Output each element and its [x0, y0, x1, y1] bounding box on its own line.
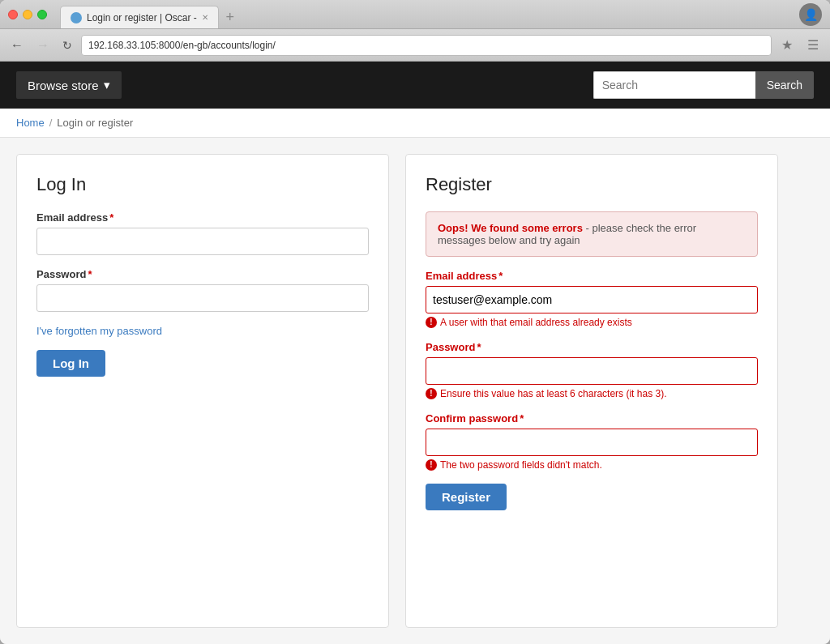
register-error-alert: Oops! We found some errors - please chec… [426, 211, 758, 257]
error-alert-bold: Oops! We found some errors [438, 222, 583, 234]
breadcrumb: Home / Login or register [0, 109, 830, 138]
breadcrumb-home-link[interactable]: Home [16, 117, 45, 129]
refresh-button[interactable]: ↻ [58, 36, 76, 54]
browse-store-button[interactable]: Browse store ▾ [16, 71, 122, 99]
login-password-input[interactable] [36, 284, 369, 312]
confirm-error-text: The two password fields didn't match. [440, 459, 602, 471]
active-tab[interactable]: Login or register | Oscar - ✕ [60, 6, 219, 28]
login-email-input[interactable] [36, 228, 369, 255]
browse-store-arrow-icon: ▾ [104, 78, 110, 92]
register-password-error: ! Ensure this value has at least 6 chara… [426, 388, 758, 399]
login-submit-button[interactable]: Log In [36, 350, 105, 377]
login-box: Log In Email address* Password* I've for… [16, 154, 389, 628]
register-email-group: Email address* ! A user with that email … [426, 270, 758, 328]
bookmark-icon[interactable]: ★ [777, 35, 798, 56]
register-password-input[interactable] [426, 357, 758, 385]
page-content: Browse store ▾ Search Home / Login or re… [0, 62, 830, 644]
register-confirm-group: Confirm password* ! The two password fie… [426, 412, 758, 471]
browser-tabs: Login or register | Oscar - ✕ + [60, 0, 242, 28]
confirm-error-icon: ! [426, 459, 437, 471]
register-box: Register Oops! We found some errors - pl… [405, 154, 778, 628]
new-tab-button[interactable]: + [219, 6, 242, 28]
browser-window: Login or register | Oscar - ✕ + 👤 ← → ↻ … [0, 0, 830, 644]
password-error-icon: ! [426, 388, 437, 399]
email-error-text: A user with that email address already e… [440, 317, 632, 328]
browser-toolbar: ← → ↻ ★ ☰ [0, 29, 830, 62]
register-email-label: Email address* [426, 270, 758, 282]
tab-title: Login or register | Oscar - [87, 12, 197, 23]
tab-close-icon[interactable]: ✕ [202, 13, 208, 22]
register-password-label: Password* [426, 341, 758, 353]
login-password-group: Password* [36, 268, 369, 312]
required-star: * [109, 211, 113, 224]
register-password-group: Password* ! Ensure this value has at lea… [426, 341, 758, 399]
register-submit-button[interactable]: Register [426, 484, 507, 510]
main-content: Log In Email address* Password* I've for… [0, 138, 830, 644]
register-confirm-input[interactable] [426, 429, 758, 456]
user-icon: 👤 [799, 3, 822, 26]
required-star-pw: * [88, 268, 92, 280]
register-confirm-label: Confirm password* [426, 412, 758, 424]
address-bar[interactable] [81, 35, 772, 56]
browser-titlebar: Login or register | Oscar - ✕ + 👤 [0, 0, 830, 29]
back-button[interactable]: ← [6, 35, 28, 56]
register-email-input[interactable] [426, 286, 758, 313]
forward-button[interactable]: → [32, 35, 53, 56]
breadcrumb-current: Login or register [57, 117, 133, 129]
menu-icon[interactable]: ☰ [802, 35, 824, 56]
register-title: Register [426, 174, 758, 195]
password-error-text: Ensure this value has at least 6 charact… [440, 388, 666, 399]
browse-store-label: Browse store [28, 79, 99, 92]
email-error-icon: ! [426, 317, 437, 328]
register-confirm-error: ! The two password fields didn't match. [426, 459, 758, 471]
forgot-password-link[interactable]: I've forgotten my password [36, 325, 369, 337]
breadcrumb-separator: / [49, 117, 53, 129]
close-button[interactable] [8, 10, 18, 19]
search-area: Search [593, 71, 814, 99]
register-email-error: ! A user with that email address already… [426, 317, 758, 328]
login-email-label: Email address* [36, 211, 369, 224]
login-password-label: Password* [36, 268, 369, 280]
login-email-group: Email address* [36, 211, 369, 255]
site-header: Browse store ▾ Search [0, 62, 830, 109]
tab-favicon [71, 12, 82, 23]
browser-user-avatar: 👤 [799, 3, 822, 26]
search-button[interactable]: Search [755, 71, 814, 99]
search-input[interactable] [593, 71, 755, 99]
login-title: Log In [36, 174, 369, 195]
maximize-button[interactable] [37, 10, 47, 19]
minimize-button[interactable] [23, 10, 32, 19]
